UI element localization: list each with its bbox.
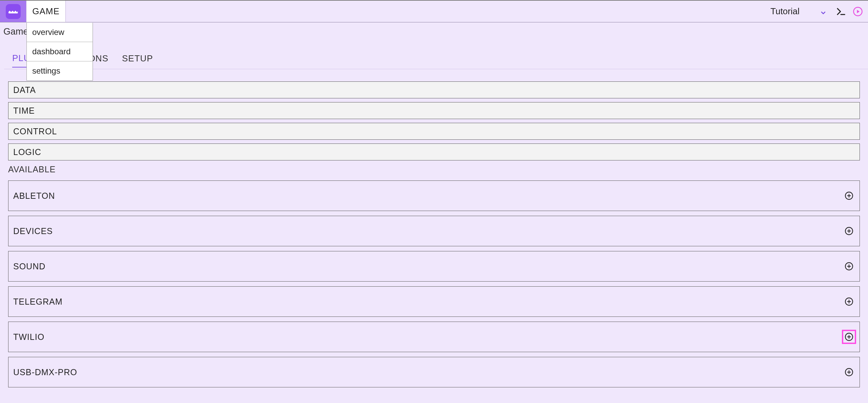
available-row-twilio[interactable]: TWILIO: [8, 322, 860, 352]
dropdown-item-settings[interactable]: settings: [27, 61, 93, 80]
plugin-time-label: TIME: [13, 106, 35, 116]
tabs-bar: PLUGINS ACTIONS SETUP: [4, 52, 868, 69]
game-dropdown: overview dashboard settings: [26, 23, 93, 81]
tab-setup-label: SETUP: [122, 53, 153, 63]
plugin-logic-label: LOGIC: [13, 147, 41, 157]
available-devices-label: DEVICES: [13, 226, 53, 236]
available-row-usb-dmx-pro[interactable]: USB-DMX-PRO: [8, 357, 860, 387]
menu-game[interactable]: GAME: [26, 1, 66, 22]
logo-icon: [6, 4, 21, 19]
add-button-telegram[interactable]: [844, 296, 854, 307]
chevron-down-icon: [820, 8, 827, 15]
plugin-row-time[interactable]: TIME: [8, 102, 860, 119]
available-twilio-label: TWILIO: [13, 332, 44, 342]
svg-marker-2: [857, 10, 860, 13]
available-row-devices[interactable]: DEVICES: [8, 216, 860, 246]
dropdown-dashboard-label: dashboard: [32, 47, 71, 56]
available-telegram-label: TELEGRAM: [13, 297, 63, 307]
dropdown-settings-label: settings: [32, 66, 60, 75]
project-selector[interactable]: Tutorial: [768, 5, 829, 18]
plugin-row-logic[interactable]: LOGIC: [8, 143, 860, 160]
dropdown-item-overview[interactable]: overview: [27, 23, 93, 42]
dropdown-overview-label: overview: [32, 27, 64, 37]
topbar-right: Tutorial: [768, 1, 868, 22]
plugin-row-data[interactable]: DATA: [8, 81, 860, 98]
available-ableton-label: ABLETON: [13, 191, 55, 201]
available-row-telegram[interactable]: TELEGRAM: [8, 286, 860, 317]
menu-game-label: GAME: [32, 6, 60, 17]
plugin-row-control[interactable]: CONTROL: [8, 123, 860, 140]
project-selector-label: Tutorial: [770, 6, 800, 17]
available-usbdmxpro-label: USB-DMX-PRO: [13, 367, 77, 377]
add-button-twilio[interactable]: [844, 332, 854, 342]
available-sound-label: SOUND: [13, 262, 45, 271]
top-bar: GAME Tutorial: [0, 1, 868, 22]
play-icon[interactable]: [852, 6, 863, 17]
tab-setup[interactable]: SETUP: [122, 53, 153, 67]
terminal-icon[interactable]: [835, 6, 846, 17]
plugin-control-label: CONTROL: [13, 127, 57, 136]
add-button-sound[interactable]: [844, 261, 854, 271]
dropdown-item-dashboard[interactable]: dashboard: [27, 42, 93, 61]
content-area: DATA TIME CONTROL LOGIC AVAILABLE ABLETO…: [8, 81, 860, 392]
add-button-ableton[interactable]: [844, 191, 854, 201]
available-row-sound[interactable]: SOUND: [8, 251, 860, 282]
available-section-label: AVAILABLE: [8, 165, 860, 174]
app-logo[interactable]: [0, 1, 26, 22]
plugin-data-label: DATA: [13, 85, 36, 95]
add-button-usb-dmx-pro[interactable]: [844, 367, 854, 377]
available-row-ableton[interactable]: ABLETON: [8, 180, 860, 211]
add-button-devices[interactable]: [844, 226, 854, 236]
